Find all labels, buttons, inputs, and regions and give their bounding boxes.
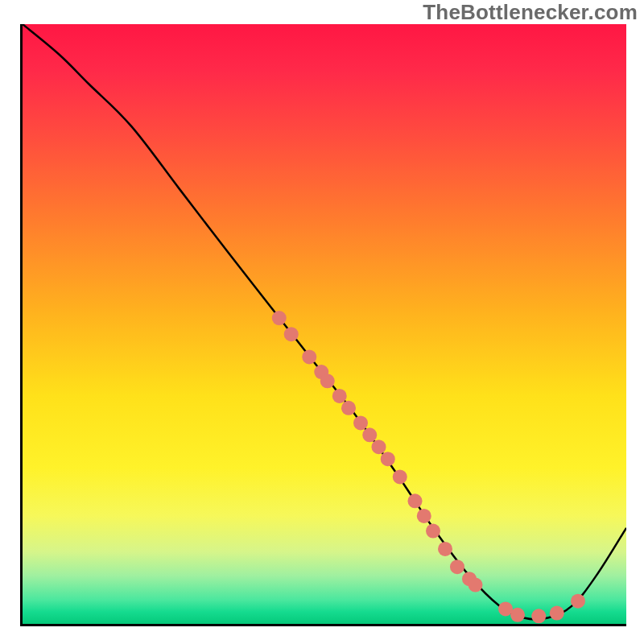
- chart-data-point: [450, 559, 464, 574]
- chart-data-point: [341, 401, 356, 415]
- chart-data-point: [408, 493, 423, 508]
- chart-data-point: [272, 311, 287, 325]
- chart-data-point: [372, 440, 386, 454]
- chart-points-group: [272, 311, 585, 623]
- chart-svg: [23, 24, 626, 624]
- chart-data-point: [571, 594, 585, 609]
- chart-data-point: [393, 469, 407, 484]
- chart-data-point: [550, 606, 564, 621]
- chart-curve: [23, 24, 626, 620]
- chart-data-point: [353, 415, 368, 430]
- chart-data-point: [469, 578, 483, 592]
- chart-data-point: [417, 509, 431, 523]
- chart-data-point: [302, 349, 316, 364]
- chart-data-point: [438, 542, 452, 556]
- chart-data-point: [320, 374, 335, 388]
- chart-data-point: [531, 609, 546, 623]
- chart-data-point: [381, 452, 395, 466]
- watermark-text: TheBottlenecker.com: [423, 0, 638, 25]
- chart-data-point: [510, 608, 525, 622]
- chart-data-point: [362, 427, 377, 442]
- chart-data-point: [426, 524, 440, 539]
- chart-data-point: [332, 389, 347, 403]
- chart-data-point: [284, 327, 299, 341]
- chart-plot-area: [20, 24, 626, 626]
